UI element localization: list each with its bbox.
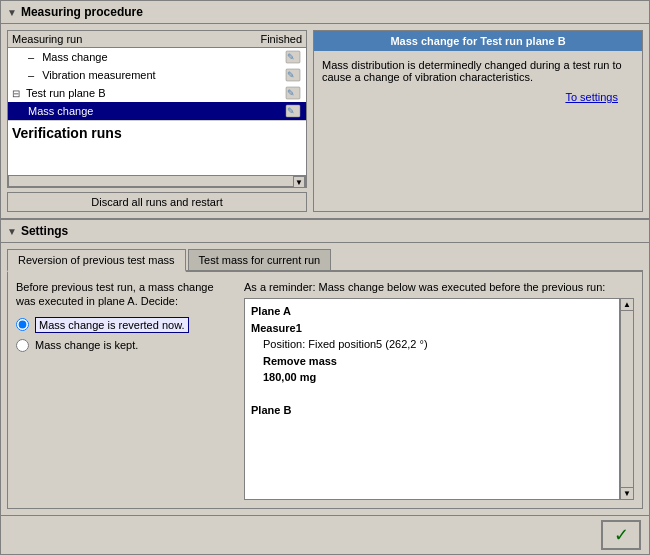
tree-spacer: [8, 145, 306, 175]
info-panel-body: Mass distribution is determinedly change…: [314, 51, 642, 211]
settings-section: Reversion of previous test mass Test mas…: [1, 243, 649, 515]
tree-item-test-run-plane-b[interactable]: ⊟ Test run plane B ✎: [8, 84, 306, 102]
tree-col-finished: Finished: [260, 33, 302, 45]
scroll-down-arrow[interactable]: ▼: [293, 176, 305, 188]
settings-right-description: As a reminder: Mass change below was exe…: [244, 280, 634, 294]
measuring-chevron-icon: ▼: [7, 7, 17, 18]
radio-keep-label: Mass change is kept.: [35, 339, 138, 351]
tree-item-vibration[interactable]: – Vibration measurement ✎: [8, 66, 306, 84]
settings-left-panel: Before previous test run, a mass change …: [16, 280, 236, 500]
svg-text:✎: ✎: [287, 106, 295, 116]
radio-group: Mass change is reverted now. Mass change…: [16, 317, 236, 352]
info-position: Position: Fixed position5 (262,2 °): [251, 336, 613, 353]
settings-right-panel: As a reminder: Mass change below was exe…: [244, 280, 634, 500]
scrollbar-track: [621, 311, 633, 487]
mass-change-label: Mass change: [42, 51, 107, 63]
tree-body: – Mass change ✎ –: [8, 48, 306, 175]
ok-checkmark: ✓: [614, 524, 629, 546]
edit-icon-mass-change: ✎: [284, 50, 302, 64]
scrollbar-up-arrow[interactable]: ▲: [621, 299, 633, 311]
verification-section: Verification runs: [8, 120, 306, 145]
scrollbar-down-arrow[interactable]: ▼: [621, 487, 633, 499]
measuring-procedure-title: Measuring procedure: [21, 5, 143, 19]
dash-separator-2: –: [28, 69, 34, 81]
settings-header: ▼ Settings: [1, 220, 649, 243]
tab-reversion[interactable]: Reversion of previous test mass: [7, 249, 186, 272]
info-blank-line: [251, 386, 613, 403]
info-panel-header: Mass change for Test run plane B: [314, 31, 642, 51]
info-panel-text: Mass distribution is determinedly change…: [322, 59, 634, 83]
radio-revert-label: Mass change is reverted now.: [35, 317, 189, 333]
tree-item-mass-change-2-label: Mass change: [28, 105, 93, 117]
tree-panel: Measuring run Finished – Mass change: [7, 30, 307, 212]
tree-item-mass-change[interactable]: – Mass change ✎: [8, 48, 306, 66]
info-panel: Mass change for Test run plane B Mass di…: [313, 30, 643, 212]
svg-text:✎: ✎: [287, 52, 295, 62]
tree-container: Measuring run Finished – Mass change: [7, 30, 307, 188]
discard-button[interactable]: Discard all runs and restart: [7, 192, 307, 212]
main-container: ▼ Measuring procedure Measuring run Fini…: [0, 0, 650, 555]
tree-item-test-run-label: ⊟ Test run plane B: [12, 87, 106, 99]
vibration-label: Vibration measurement: [42, 69, 156, 81]
info-box: Plane A Measure1 Position: Fixed positio…: [244, 298, 620, 500]
edit-icon-mass-change-2: ✎: [284, 104, 302, 118]
mass-change-2-label: Mass change: [28, 105, 93, 117]
info-measure1: Measure1: [251, 320, 613, 337]
bottom-bar: ✓: [1, 515, 649, 554]
info-plane-a: Plane A: [251, 303, 613, 320]
tree-col-measuring-run: Measuring run: [12, 33, 82, 45]
info-plane-b: Plane B: [251, 402, 613, 419]
minus-icon: ⊟: [12, 88, 20, 99]
test-run-label: Test run plane B: [26, 87, 106, 99]
tree-item-label: – Mass change: [28, 51, 108, 63]
svg-text:✎: ✎: [287, 70, 295, 80]
tree-item-mass-change-2[interactable]: Mass change ✎: [8, 102, 306, 120]
tree-scrollbar: ▼: [8, 175, 306, 187]
info-box-container: Plane A Measure1 Position: Fixed positio…: [244, 298, 634, 500]
info-mass-value: 180,00 mg: [251, 369, 613, 386]
info-remove-mass: Remove mass: [251, 353, 613, 370]
tree-header: Measuring run Finished: [8, 31, 306, 48]
radio-revert[interactable]: [16, 318, 29, 331]
tree-item-vibration-label: – Vibration measurement: [28, 69, 156, 81]
edit-icon-test-run: ✎: [284, 86, 302, 100]
verification-label: Verification runs: [12, 125, 122, 141]
settings-title: Settings: [21, 224, 68, 238]
edit-icon-vibration: ✎: [284, 68, 302, 82]
tab-content: Before previous test run, a mass change …: [7, 272, 643, 509]
to-settings-link[interactable]: To settings: [322, 91, 634, 103]
tab-test-mass-label: Test mass for current run: [199, 254, 321, 266]
radio-item-revert[interactable]: Mass change is reverted now.: [16, 317, 236, 333]
tab-reversion-label: Reversion of previous test mass: [18, 254, 175, 266]
settings-description: Before previous test run, a mass change …: [16, 280, 236, 309]
tab-test-mass[interactable]: Test mass for current run: [188, 249, 332, 270]
settings-chevron-icon: ▼: [7, 226, 17, 237]
measuring-procedure-section: Measuring run Finished – Mass change: [1, 24, 649, 220]
radio-keep[interactable]: [16, 339, 29, 352]
info-scrollbar[interactable]: ▲ ▼: [620, 298, 634, 500]
tabs-container: Reversion of previous test mass Test mas…: [7, 249, 643, 272]
radio-item-keep[interactable]: Mass change is kept.: [16, 339, 236, 352]
measuring-procedure-header: ▼ Measuring procedure: [1, 1, 649, 24]
dash-separator: –: [28, 51, 34, 63]
svg-text:✎: ✎: [287, 88, 295, 98]
ok-button[interactable]: ✓: [601, 520, 641, 550]
